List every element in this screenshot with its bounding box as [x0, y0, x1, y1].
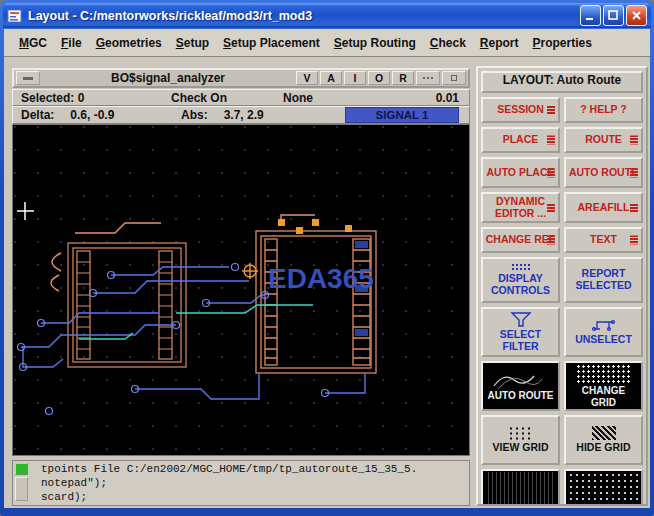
- close-button[interactable]: [626, 5, 647, 26]
- cascade-icon: [547, 106, 555, 115]
- button-label: ? HELP ?: [580, 104, 626, 116]
- palette-button-text[interactable]: TEXT: [564, 227, 643, 253]
- palette-button-place[interactable]: PLACE: [481, 127, 560, 153]
- titlebar[interactable]: Layout - C:/mentorworks/rickleaf/mod3/rt…: [3, 3, 651, 28]
- palette-button-select-filter[interactable]: SELECT FILTER: [481, 307, 560, 357]
- button-label: SESSION: [497, 104, 544, 116]
- minimize-button[interactable]: [580, 5, 601, 26]
- console-line: scard);: [41, 490, 465, 504]
- menu-setup-placement[interactable]: Setup Placement: [216, 33, 327, 53]
- button-label: CHANGE REF: [486, 234, 555, 246]
- grid-pattern-icon: [576, 364, 632, 384]
- cascade-icon: [630, 203, 638, 212]
- display-controls-icon: [511, 263, 531, 271]
- cascade-icon: [547, 136, 555, 145]
- palette-button-change-grid[interactable]: CHANGE GRID: [564, 361, 643, 411]
- button-label: REPORT SELECTED: [568, 268, 639, 292]
- button-label: TEXT: [590, 234, 617, 246]
- circuit-icon: [592, 318, 616, 332]
- watermark-text: EDA365: [268, 263, 374, 294]
- console-panel: tpoints File C:/en2002/MGC_HOME/tmp/tp_a…: [12, 460, 470, 506]
- button-label: SELECT FILTER: [485, 329, 556, 353]
- palette-button-report-selected[interactable]: REPORT SELECTED: [564, 257, 643, 303]
- view-grid-icon: [508, 426, 534, 440]
- dot-pattern-icon: [568, 472, 639, 506]
- layout-canvas[interactable]: EDA365: [12, 124, 470, 456]
- palette-button-auto-place[interactable]: AUTO PLACE: [481, 157, 560, 188]
- palette-button-route[interactable]: ROUTE: [564, 127, 643, 153]
- menu-check[interactable]: Check: [423, 33, 473, 53]
- palette-button-dynamic-editor[interactable]: DYNAMIC EDITOR ...: [481, 192, 560, 223]
- dots-icon: [422, 76, 434, 80]
- cascade-icon: [630, 236, 638, 245]
- palette-button-partial-right[interactable]: [564, 469, 643, 506]
- route-squiggle-icon: [492, 370, 550, 390]
- console-line: tpoints File C:/en2002/MGC_HOME/tmp/tp_a…: [41, 462, 465, 476]
- palette-button-session[interactable]: SESSION: [481, 97, 560, 123]
- menu-geometries[interactable]: Geometries: [89, 33, 169, 53]
- console-run-button[interactable]: [15, 463, 28, 475]
- tool-palette: LAYOUT: Auto Route SESSION ? HELP ? PLAC…: [476, 66, 648, 506]
- console-side-controls: [13, 461, 37, 505]
- palette-button-partial-left[interactable]: [481, 469, 560, 506]
- view-button-i[interactable]: I: [344, 71, 366, 85]
- viewport-title: BO$signal_analyzer: [41, 71, 295, 85]
- selected-count: Selected: 0: [13, 91, 171, 105]
- abs-value: 3.7, 2.9: [224, 108, 264, 122]
- pcb-drawing: EDA365: [13, 125, 469, 455]
- console-output[interactable]: tpoints File C:/en2002/MGC_HOME/tmp/tp_a…: [37, 461, 469, 505]
- view-button-v[interactable]: V: [296, 71, 318, 85]
- app-window: Layout - C:/mentorworks/rickleaf/mod3/rt…: [0, 0, 654, 516]
- cascade-icon: [630, 136, 638, 145]
- button-label: AUTO ROUTE: [488, 390, 554, 401]
- button-label: DYNAMIC EDITOR ...: [485, 196, 556, 220]
- grid-value: 0.01: [389, 91, 469, 105]
- button-label: HIDE GRID: [576, 442, 630, 454]
- status-row-1: Selected: 0 Check On None 0.01: [12, 89, 470, 106]
- maximize-button[interactable]: [603, 5, 624, 26]
- viewport-dots-button[interactable]: [416, 71, 440, 85]
- client-area: BO$signal_analyzer V A I O R Selected: 0…: [4, 57, 650, 508]
- view-button-a[interactable]: A: [320, 71, 342, 85]
- palette-button-auto-route-menu[interactable]: AUTO ROUTE: [564, 157, 643, 188]
- button-label: CHANGE GRID: [568, 385, 639, 407]
- hide-grid-icon: [592, 426, 616, 440]
- viewport-titlebar: BO$signal_analyzer V A I O R: [12, 68, 470, 88]
- square-icon: [451, 75, 457, 81]
- check-label: Check On: [171, 91, 283, 105]
- cascade-icon: [547, 236, 555, 245]
- viewport-menu-button[interactable]: [16, 71, 40, 85]
- palette-button-display-controls[interactable]: DISPLAY CONTROLS: [481, 257, 560, 303]
- menu-properties[interactable]: Properties: [526, 33, 599, 53]
- palette-button-areafill[interactable]: AREAFILL: [564, 192, 643, 223]
- button-label: ROUTE: [585, 134, 622, 146]
- palette-button-change-ref[interactable]: CHANGE REF: [481, 227, 560, 253]
- console-scroll-button[interactable]: [15, 477, 28, 501]
- button-label: PLACE: [503, 134, 539, 146]
- view-button-o[interactable]: O: [368, 71, 390, 85]
- viewport-collapse-button[interactable]: [442, 71, 466, 85]
- console-line: notepad");: [41, 476, 465, 490]
- delta-label: Delta:: [21, 108, 54, 122]
- menu-file[interactable]: File: [54, 33, 89, 53]
- menu-setup[interactable]: Setup: [169, 33, 216, 53]
- hatch-pattern-icon: [485, 472, 556, 506]
- menu-report[interactable]: Report: [473, 33, 526, 53]
- button-label: AUTO PLACE: [486, 167, 554, 179]
- palette-button-help[interactable]: ? HELP ?: [564, 97, 643, 123]
- palette-button-auto-route-action[interactable]: AUTO ROUTE: [481, 361, 560, 411]
- palette-title: LAYOUT: Auto Route: [481, 71, 643, 93]
- cascade-icon: [630, 168, 638, 177]
- cascade-icon: [547, 203, 555, 212]
- view-button-r[interactable]: R: [392, 71, 414, 85]
- menubar: MGC File Geometries Setup Setup Placemen…: [4, 29, 650, 57]
- button-label: VIEW GRID: [492, 442, 548, 454]
- active-signal-badge: SIGNAL 1: [345, 107, 459, 123]
- button-label: UNSELECT: [575, 334, 632, 346]
- menu-setup-routing[interactable]: Setup Routing: [327, 33, 423, 53]
- palette-button-unselect[interactable]: UNSELECT: [564, 307, 643, 357]
- palette-button-hide-grid[interactable]: HIDE GRID: [564, 415, 643, 465]
- palette-button-view-grid[interactable]: VIEW GRID: [481, 415, 560, 465]
- menu-mgc[interactable]: MGC: [12, 33, 54, 53]
- button-label: DISPLAY CONTROLS: [485, 273, 556, 297]
